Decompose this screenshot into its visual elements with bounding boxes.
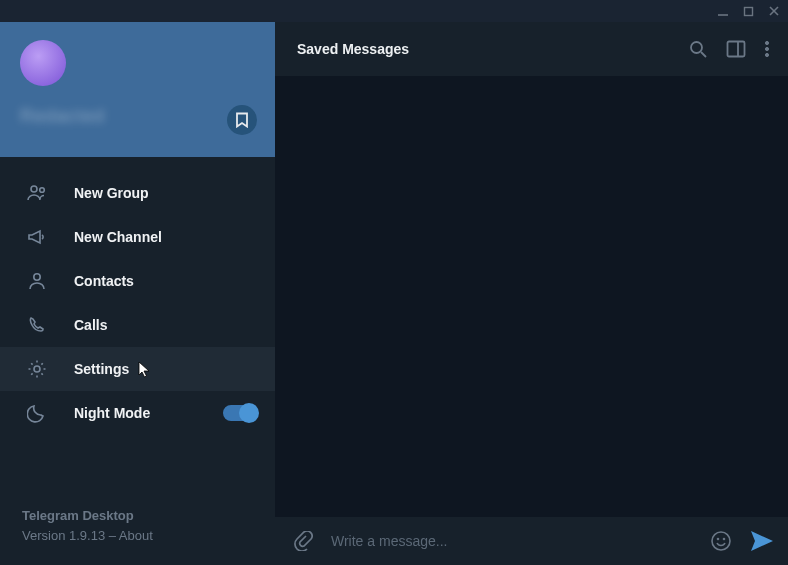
search-button[interactable] xyxy=(688,39,708,59)
svg-point-12 xyxy=(765,41,768,44)
version-line: Version 1.9.13 – xyxy=(22,528,119,543)
sidebar: Redacted New Group New Channel xyxy=(0,22,275,565)
svg-rect-1 xyxy=(745,7,753,15)
svg-point-17 xyxy=(724,539,725,540)
sidebar-item-new-group[interactable]: New Group xyxy=(0,171,275,215)
sidebar-item-calls[interactable]: Calls xyxy=(0,303,275,347)
menu-label: Contacts xyxy=(74,273,134,289)
megaphone-icon xyxy=(26,227,48,247)
svg-point-6 xyxy=(34,274,40,280)
svg-point-14 xyxy=(765,53,768,56)
person-icon xyxy=(26,271,48,291)
sidebar-item-new-channel[interactable]: New Channel xyxy=(0,215,275,259)
send-icon xyxy=(750,530,774,552)
phone-icon xyxy=(26,315,48,335)
sidebar-footer: Telegram Desktop Version 1.9.13 – About xyxy=(0,506,275,565)
send-button[interactable] xyxy=(750,530,774,552)
paperclip-icon xyxy=(293,531,313,551)
svg-point-5 xyxy=(40,188,45,193)
message-composer xyxy=(275,517,788,565)
svg-point-4 xyxy=(31,186,37,192)
svg-point-16 xyxy=(718,539,719,540)
night-mode-toggle[interactable] xyxy=(223,405,257,421)
svg-point-7 xyxy=(34,366,40,372)
chat-body xyxy=(275,76,788,517)
chat-title: Saved Messages xyxy=(297,41,670,57)
close-button[interactable] xyxy=(768,5,780,17)
menu-label: Calls xyxy=(74,317,107,333)
window-titlebar xyxy=(0,0,788,22)
smile-icon xyxy=(710,530,732,552)
attach-button[interactable] xyxy=(293,531,313,551)
main-menu: New Group New Channel Contacts Calls xyxy=(0,157,275,506)
menu-label: Night Mode xyxy=(74,405,150,421)
menu-label: New Channel xyxy=(74,229,162,245)
menu-label: New Group xyxy=(74,185,149,201)
more-button[interactable] xyxy=(764,40,770,58)
more-vertical-icon xyxy=(764,40,770,58)
maximize-button[interactable] xyxy=(743,6,754,17)
chat-header: Saved Messages xyxy=(275,22,788,76)
profile-name: Redacted xyxy=(20,106,255,127)
panel-icon xyxy=(726,40,746,58)
avatar[interactable] xyxy=(20,40,66,86)
sidebar-item-night-mode[interactable]: Night Mode xyxy=(0,391,275,435)
chat-area: Saved Messages xyxy=(275,22,788,565)
minimize-button[interactable] xyxy=(717,5,729,17)
side-panel-button[interactable] xyxy=(726,40,746,58)
svg-point-8 xyxy=(691,42,702,53)
message-input[interactable] xyxy=(331,533,692,549)
sidebar-item-contacts[interactable]: Contacts xyxy=(0,259,275,303)
app-name: Telegram Desktop xyxy=(22,506,253,526)
profile-header: Redacted xyxy=(0,22,275,157)
svg-point-13 xyxy=(765,47,768,50)
svg-rect-10 xyxy=(728,42,745,57)
about-link[interactable]: About xyxy=(119,528,153,543)
svg-point-15 xyxy=(712,532,730,550)
sidebar-item-settings[interactable]: Settings xyxy=(0,347,275,391)
svg-line-9 xyxy=(701,52,706,57)
bookmark-icon xyxy=(235,112,249,128)
menu-label: Settings xyxy=(74,361,129,377)
saved-messages-button[interactable] xyxy=(227,105,257,135)
group-icon xyxy=(26,183,48,203)
moon-icon xyxy=(26,403,48,423)
emoji-button[interactable] xyxy=(710,530,732,552)
search-icon xyxy=(688,39,708,59)
gear-icon xyxy=(26,359,48,379)
